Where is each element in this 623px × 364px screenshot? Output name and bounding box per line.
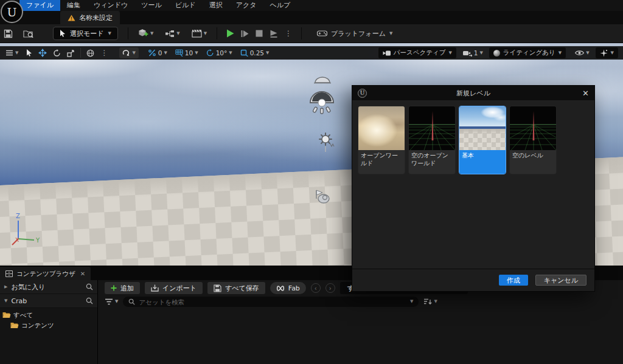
asset-search-field[interactable]: ▼ [123,297,419,307]
fab-button[interactable]: Fab [270,282,306,294]
menu-select[interactable]: 選択 [203,0,229,11]
create-button[interactable]: 作成 [499,275,528,286]
scale-tool-icon [67,49,75,57]
fab-label: Fab [288,284,300,292]
favorites-header[interactable]: ▶ お気に入り [0,280,97,294]
camera-speed-icon [462,50,472,57]
world-coordinate-button[interactable] [86,49,94,57]
lit-label: ライティングあり [503,49,555,57]
save-button[interactable] [4,29,13,38]
grid-snap-dropdown[interactable]: 10 ▼ [175,49,198,57]
axis-y-label: Y [35,237,40,244]
play-button[interactable] [226,29,234,38]
save-all-button[interactable]: すべて保存 [207,282,265,294]
level-tab-untitled[interactable]: 名称未設定 [60,11,120,24]
sort-icon [423,298,432,305]
template-thumbnail [409,106,455,150]
skyatmosphere-billboard-icon[interactable] [313,75,332,84]
surface-snap-icon [148,49,156,57]
show-flags-dropdown[interactable]: ▼ [575,50,589,56]
viewport-effects-dropdown[interactable]: ▼ [596,47,618,58]
asset-search-input[interactable] [139,298,406,306]
perspective-dropdown[interactable]: パースペクティブ ▼ [378,47,456,58]
add-label: 追加 [120,284,134,293]
template-thumbnail [358,106,405,150]
directional-light-billboard-icon[interactable] [318,132,335,153]
template-label: オープンワールド [358,150,405,174]
platforms-label: プラットフォーム [331,29,386,38]
menu-edit[interactable]: 編集 [60,0,87,11]
tree-item-all[interactable]: すべて [0,310,97,320]
template-open-world[interactable]: オープンワールド [358,106,405,174]
menu-help[interactable]: ヘルプ [263,0,297,11]
select-tool-button[interactable] [26,49,32,57]
blueprints-button[interactable]: ▼ [165,30,179,38]
select-mode-dropdown[interactable]: 選択モード ▼ [53,27,118,40]
player-start-billboard-icon[interactable] [312,189,332,205]
unsaved-warning-icon [68,15,75,21]
collection-label: Crab [11,297,27,305]
gizmo-options-button[interactable]: ⋮ [100,49,108,57]
collapse-arrow-icon[interactable]: ▼ [4,298,7,303]
chevron-down-icon: ▼ [389,32,392,36]
viewport-options-button[interactable]: ▼ [5,50,18,56]
cancel-button[interactable]: キャンセル [535,275,586,286]
platforms-dropdown[interactable]: プラットフォーム ▼ [317,29,392,38]
add-actor-button[interactable]: ▼ [138,29,153,38]
template-label: 空のレベル [510,150,556,174]
menu-build[interactable]: ビルド [169,0,203,11]
filter-icon [105,298,113,305]
template-label: 基本 [459,150,506,174]
skylight-billboard-icon[interactable] [307,87,337,115]
rotate-tool-button[interactable] [53,49,61,57]
cinematics-button[interactable]: ▼ [192,29,207,38]
add-button[interactable]: 追加 [105,282,140,294]
template-basic[interactable]: 基本 [459,106,506,174]
rotation-snap-dropdown[interactable]: 10° ▼ [206,49,232,57]
menu-file[interactable]: ファイル [19,0,60,11]
content-browser-sidebar: ▶ お気に入り ▼ Crab すべて [0,280,98,364]
dialog-close-icon[interactable]: ✕ [582,89,589,98]
menu-window[interactable]: ウィンドウ [87,0,134,11]
content-drawer-icon [5,270,13,277]
asset-search-row: ▼ ▼ ▼ [105,297,437,307]
view-mode-dropdown[interactable]: ライティングあり ▼ [489,47,566,58]
sort-dropdown[interactable]: ▼ [423,298,437,305]
axis-x-label: X [15,237,19,243]
template-empty-open-world[interactable]: 空のオープンワールド [408,106,456,174]
import-icon [151,284,159,292]
move-tool-button[interactable] [38,49,47,57]
search-icon [128,298,135,305]
filter-dropdown[interactable]: ▼ [105,298,118,305]
camera-speed-dropdown[interactable]: 1 ▼ [462,49,483,57]
frame-skip-button[interactable] [241,30,249,38]
tab-close-icon[interactable]: ✕ [80,270,85,277]
search-icon[interactable] [86,297,93,304]
menu-actor[interactable]: アクタ [229,0,263,11]
forward-button[interactable]: › [325,283,335,293]
menu-tools[interactable]: ツール [134,0,169,11]
toolbar-divider [217,27,217,39]
surface-snap-dropdown[interactable]: 0 ▼ [148,49,167,57]
chevron-down-icon: ▼ [132,51,135,55]
snap-cycle-button[interactable]: ▼ [119,47,138,58]
cursor-icon [26,49,32,57]
search-icon[interactable] [86,283,93,290]
chevron-down-icon: ▼ [410,300,413,304]
play-options-button[interactable]: ⋮ [285,29,292,38]
save-all-icon [214,284,221,292]
expand-arrow-icon[interactable]: ▶ [4,284,7,289]
scale-tool-button[interactable] [67,49,75,57]
content-browser-tab[interactable]: コンテンツブラウザ ✕ [0,267,91,281]
scale-snap-value: 0.25 [250,49,264,57]
eject-button[interactable] [270,30,278,38]
tree-item-content[interactable]: コンテンツ [0,320,97,331]
template-empty-level[interactable]: 空のレベル [509,106,557,174]
back-button[interactable]: ‹ [311,283,321,293]
scale-snap-dropdown[interactable]: 0.25 ▼ [240,49,270,57]
collection-header[interactable]: ▼ Crab [0,294,97,308]
dialog-title-bar[interactable]: U 新規レベル ✕ [352,86,594,100]
import-button[interactable]: インポート [145,282,203,294]
browse-content-button[interactable] [23,29,34,38]
stop-button[interactable] [256,30,263,37]
